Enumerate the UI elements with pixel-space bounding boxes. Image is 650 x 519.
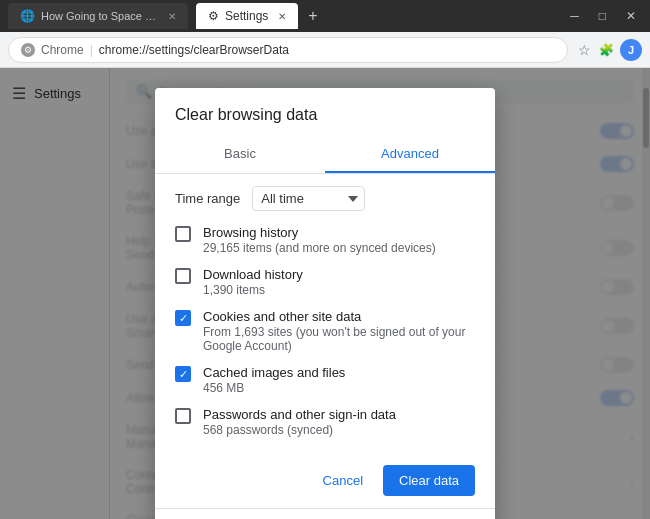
checkbox-cached-images-sublabel: 456 MB: [203, 381, 345, 395]
window-controls: ─ □ ✕: [564, 7, 642, 25]
account-section: J jd laukkonen Syncing to faithalcyon@gm…: [155, 508, 495, 519]
checkbox-cached-images: ✓ Cached images and files 456 MB: [175, 365, 475, 395]
checkbox-cached-images-content: Cached images and files 456 MB: [203, 365, 345, 395]
tab-1[interactable]: 🌐 How Going to Space Changes th... ✕: [8, 3, 188, 29]
tab1-favicon: 🌐: [20, 9, 35, 23]
maximize-button[interactable]: □: [593, 7, 612, 25]
address-url: chrome://settings/clearBrowserData: [99, 43, 289, 57]
tab1-close[interactable]: ✕: [168, 11, 176, 22]
profile-avatar[interactable]: J: [620, 39, 642, 61]
dialog-title: Clear browsing data: [155, 88, 495, 136]
checkbox-cookies-sublabel: From 1,693 sites (you won't be signed ou…: [203, 325, 475, 353]
address-icons: ☆ 🧩 J: [576, 39, 642, 61]
time-range-select[interactable]: All time Last hour Last 24 hours Last 7 …: [252, 186, 365, 211]
checkbox-download-history-sublabel: 1,390 items: [203, 283, 303, 297]
tab2-close[interactable]: ✕: [278, 11, 286, 22]
extension-icon[interactable]: 🧩: [597, 41, 616, 59]
site-favicon: ⚙: [21, 43, 35, 57]
address-separator: |: [90, 43, 93, 57]
brand-label: Chrome: [41, 43, 84, 57]
checkbox-passwords-box[interactable]: [175, 408, 191, 424]
settings-area: ☰ Settings 🔍 Search settings Use a pred.…: [0, 68, 650, 519]
checkbox-download-history-box[interactable]: [175, 268, 191, 284]
checkbox-download-history: Download history 1,390 items: [175, 267, 475, 297]
title-bar: 🌐 How Going to Space Changes th... ✕ ⚙ S…: [0, 0, 650, 32]
checkmark-icon: ✓: [179, 312, 188, 325]
address-bar: ⚙ Chrome | chrome://settings/clearBrowse…: [0, 32, 650, 68]
checkbox-passwords-sublabel: 568 passwords (synced): [203, 423, 396, 437]
checkbox-cookies-label: Cookies and other site data: [203, 309, 475, 324]
cancel-button[interactable]: Cancel: [311, 465, 375, 496]
address-input[interactable]: ⚙ Chrome | chrome://settings/clearBrowse…: [8, 37, 568, 63]
checkbox-browsing-history: Browsing history 29,165 items (and more …: [175, 225, 475, 255]
checkbox-cached-images-box[interactable]: ✓: [175, 366, 191, 382]
checkbox-cookies-box[interactable]: ✓: [175, 310, 191, 326]
star-icon[interactable]: ☆: [576, 40, 593, 60]
dialog-tabs: Basic Advanced: [155, 136, 495, 174]
checkbox-passwords: Passwords and other sign-in data 568 pas…: [175, 407, 475, 437]
checkbox-cookies: ✓ Cookies and other site data From 1,693…: [175, 309, 475, 353]
checkbox-browsing-history-box[interactable]: [175, 226, 191, 242]
checkbox-list: Browsing history 29,165 items (and more …: [175, 225, 475, 445]
minimize-button[interactable]: ─: [564, 7, 585, 25]
clear-browsing-data-dialog: Clear browsing data Basic Advanced Time …: [155, 88, 495, 519]
tab2-favicon: ⚙: [208, 9, 219, 23]
checkbox-browsing-history-sublabel: 29,165 items (and more on synced devices…: [203, 241, 436, 255]
dialog-footer: Cancel Clear data: [155, 457, 495, 508]
checkbox-passwords-label: Passwords and other sign-in data: [203, 407, 396, 422]
checkbox-download-history-label: Download history: [203, 267, 303, 282]
checkmark-icon: ✓: [179, 368, 188, 381]
tab-advanced[interactable]: Advanced: [325, 136, 495, 173]
tab-2[interactable]: ⚙ Settings ✕: [196, 3, 298, 29]
checkbox-download-history-content: Download history 1,390 items: [203, 267, 303, 297]
time-range-row: Time range All time Last hour Last 24 ho…: [175, 186, 475, 211]
tab-basic[interactable]: Basic: [155, 136, 325, 173]
checkbox-cached-images-label: Cached images and files: [203, 365, 345, 380]
checkbox-browsing-history-content: Browsing history 29,165 items (and more …: [203, 225, 436, 255]
tab2-label: Settings: [225, 9, 268, 23]
dialog-body: Time range All time Last hour Last 24 ho…: [155, 174, 495, 457]
checkbox-cookies-content: Cookies and other site data From 1,693 s…: [203, 309, 475, 353]
time-range-label: Time range: [175, 191, 240, 206]
checkbox-browsing-history-label: Browsing history: [203, 225, 436, 240]
new-tab-button[interactable]: +: [302, 7, 323, 25]
close-button[interactable]: ✕: [620, 7, 642, 25]
tab1-label: How Going to Space Changes th...: [41, 10, 158, 22]
dialog-overlay: Clear browsing data Basic Advanced Time …: [0, 68, 650, 519]
checkbox-passwords-content: Passwords and other sign-in data 568 pas…: [203, 407, 396, 437]
clear-data-button[interactable]: Clear data: [383, 465, 475, 496]
